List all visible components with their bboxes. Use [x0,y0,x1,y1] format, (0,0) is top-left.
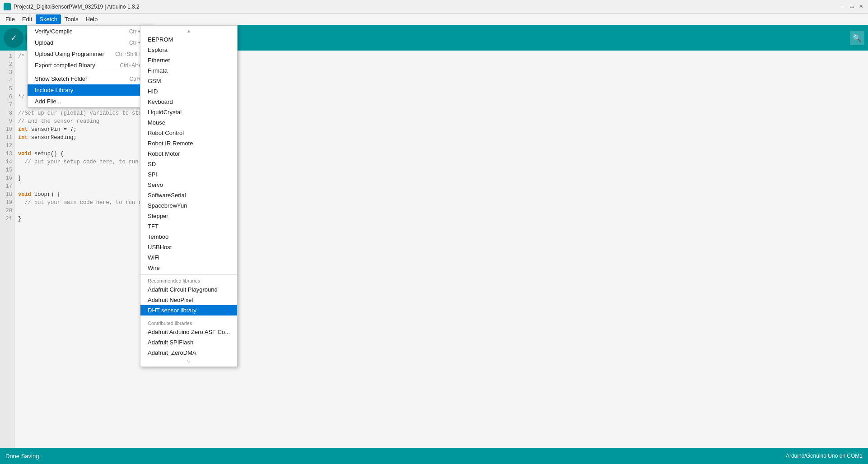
lib-item-dht-sensor[interactable]: DHT sensor library [140,305,237,316]
close-button[interactable]: ✕ [857,3,864,10]
lib-item-temboo[interactable]: Temboo [140,232,237,242]
lib-item-robot-control[interactable]: Robot Control [140,128,237,138]
sketch-dropdown-menu: Verify/Compile Ctrl+R Upload Ctrl+U Uplo… [27,25,152,107]
lib-item-adafruit-spiflash[interactable]: Adafruit SPIFlash [140,337,237,348]
lib-item-servo[interactable]: Servo [140,180,237,190]
lib-item-tft[interactable]: TFT [140,221,237,232]
menu-sketch[interactable]: Sketch [36,14,61,24]
menu-file[interactable]: File [2,14,19,24]
lib-item-hid[interactable]: HID [140,86,237,97]
lib-item-gsm[interactable]: GSM [140,76,237,86]
lib-item-eeprom[interactable]: EEPROM [140,34,237,45]
lib-item-keyboard[interactable]: Keyboard [140,97,237,107]
lib-item-adafruit-neopixel[interactable]: Adafruit NeoPixel [140,295,237,305]
lib-item-adafruit-zero-asf[interactable]: Adafruit Arduino Zero ASF Co... [140,327,237,337]
lib-separator [140,274,237,275]
lib-item-stepper[interactable]: Stepper [140,211,237,221]
menu-help[interactable]: Help [82,14,101,24]
contributed-section-header: Contributed libraries [140,319,237,327]
lib-item-spi[interactable]: SPI [140,169,237,180]
lib-item-esplora[interactable]: Esplora [140,45,237,55]
lib-item-liquidcrystal[interactable]: LiquidCrystal [140,107,237,117]
menu-bar: File Edit Sketch Tools Help [0,14,868,25]
menu-upload[interactable]: Upload Ctrl+U [28,37,152,48]
scroll-down-arrow-icon[interactable]: ▽ [140,358,237,365]
title-bar: Project2_DigitalSensorPWM_032519 | Ardui… [0,0,868,14]
menu-upload-programmer[interactable]: Upload Using Programmer Ctrl+Shift+U [28,48,152,60]
status-bar: Done Saving. Arduino/Genuino Uno on COM1 [0,448,868,464]
menu-tools[interactable]: Tools [61,14,82,24]
menu-verify[interactable]: Verify/Compile Ctrl+R [28,26,152,37]
lib-item-mouse[interactable]: Mouse [140,117,237,128]
window-title: Project2_DigitalSensorPWM_032519 | Ardui… [14,4,839,10]
library-submenu: ▲ EEPROM Esplora Ethernet Firmata GSM HI… [140,25,238,367]
lib-item-robot-ir-remote[interactable]: Robot IR Remote [140,138,237,148]
scroll-up-arrow-icon[interactable]: ▲ [140,28,237,34]
verify-button[interactable]: ✓ [4,28,23,48]
editor-area: 12345 678910 1112131415 1617181920 21 /*… [0,51,868,448]
lib-item-adafruit-circuit[interactable]: Adafruit Circuit Playground [140,284,237,295]
minimize-button[interactable]: ─ [839,3,846,10]
menu-separator [28,72,152,72]
lib-item-sd[interactable]: SD [140,159,237,169]
line-numbers: 12345 678910 1112131415 1617181920 21 [0,51,14,448]
board-info: Arduino/Genuino Uno on COM1 [786,453,863,459]
lib-item-robot-motor[interactable]: Robot Motor [140,148,237,159]
lib-item-spacebrewyun[interactable]: SpacebrewYun [140,200,237,211]
menu-show-folder[interactable]: Show Sketch Folder Ctrl+K [28,73,152,84]
maximize-button[interactable]: ▭ [848,3,855,10]
menu-export-binary[interactable]: Export compiled Binary Ctrl+Alt+S [28,60,152,71]
lib-item-adafruit-zerodma[interactable]: Adafruit_ZeroDMA [140,348,237,358]
app-icon [4,3,11,10]
lib-item-wire[interactable]: Wire [140,263,237,273]
menu-edit[interactable]: Edit [19,14,36,24]
lib-item-softwareserial[interactable]: SoftwareSerial [140,190,237,200]
lib-item-usbhost[interactable]: USBHost [140,242,237,252]
window-controls: ─ ▭ ✕ [839,3,864,10]
recommended-section-header: Recommended libraries [140,276,237,284]
lib-separator-2 [140,317,237,317]
lib-item-ethernet[interactable]: Ethernet [140,55,237,65]
menu-add-file[interactable]: Add File... [28,96,152,107]
lib-item-wifi[interactable]: WiFi [140,252,237,263]
search-button[interactable]: 🔍 [850,31,864,45]
lib-item-firmata[interactable]: Firmata [140,65,237,76]
status-message: Done Saving. [5,453,41,459]
menu-include-library[interactable]: Include Library ▶ [28,84,152,96]
